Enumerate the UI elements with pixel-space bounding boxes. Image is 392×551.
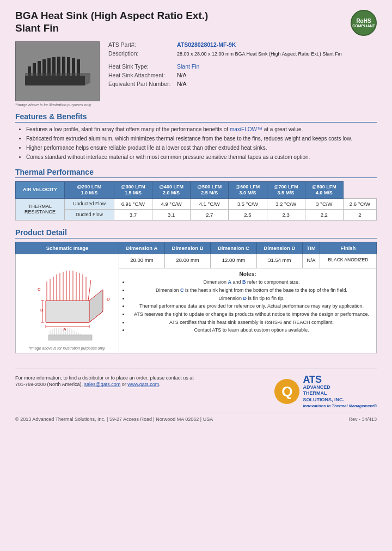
ats-name-block: ATS ADVANCEDTHERMALSOLUTIONS, INC. Innov…	[303, 375, 377, 409]
list-item: Dimension D is fin tip to fin tip.	[129, 296, 374, 302]
dim-c-value: 12.00 mm	[211, 254, 256, 268]
page-number: Rev - 34/413	[348, 417, 377, 422]
product-detail-title: Product Detail	[15, 228, 377, 238]
product-title: BGA Heat Sink (High Aspect Ratio Ext.) S…	[15, 10, 208, 35]
thermal-resistance-label: THERMAL RESISTANCE	[16, 198, 65, 220]
rohs-badge: RoHS COMPLIANT	[351, 10, 377, 36]
cell: 3.1	[152, 209, 190, 220]
product-info-section: *Image above is for illustration purpose…	[15, 41, 377, 107]
table-row: THERMAL RESISTANCE Unducted Flow 6.91 °C…	[16, 198, 377, 209]
list-item: ATS certifies that this heat sink assemb…	[129, 320, 374, 326]
notes-cell: Notes: Dimension A and B refer to compon…	[119, 268, 377, 353]
svg-marker-14	[46, 301, 89, 322]
schematic-header: Schematic Image	[16, 242, 119, 254]
list-item: Comes standard without interface materia…	[26, 154, 377, 161]
footer-contact: For more information, to find a distribu…	[15, 375, 194, 388]
air-velocity-header: AIR VELOCITY	[16, 182, 65, 199]
features-title: Features & Benefits	[15, 112, 377, 123]
svg-text:D: D	[107, 297, 110, 302]
finish-value: BLACK ANODIZED	[320, 254, 376, 268]
finish-header: Finish	[320, 242, 376, 254]
cell: 3.2 °C/W	[267, 198, 305, 209]
svg-rect-8	[62, 57, 65, 76]
tim-value: N/A	[303, 254, 320, 268]
svg-rect-7	[57, 57, 60, 76]
table-row: Ducted Flow 3.7 3.1 2.7 2.5 2.3 2.2 2	[16, 209, 377, 220]
col-header-200: @200 LFM1.0 M/S	[65, 182, 114, 199]
list-item: Fabricated from extruded aluminum, which…	[26, 135, 377, 143]
ats-logo: Q ATS ADVANCEDTHERMALSOLUTIONS, INC. Inn…	[274, 375, 377, 409]
dim-d-header: Dimension D	[256, 242, 302, 254]
col-header-600: @600 LFM3.0 M/S	[229, 182, 267, 199]
detail-table: Schematic Image Dimension A Dimension B …	[15, 242, 377, 353]
schematic-placeholder: A B C D	[18, 257, 117, 344]
col-header-800: @800 LFM4.0 M/S	[305, 182, 343, 199]
svg-rect-0	[25, 76, 85, 85]
list-item: Features a low profile, slant fin array …	[26, 126, 377, 133]
dim-a-value: 28.00 mm	[119, 254, 165, 268]
thermal-title: Thermal Performance	[15, 168, 377, 178]
footer-copyright: © 2013 Advanced Thermal Solutions, Inc. …	[15, 413, 377, 422]
copyright-text: © 2013 Advanced Thermal Solutions, Inc. …	[15, 417, 213, 422]
image-caption: *Image above is for illustration purpose…	[15, 103, 100, 107]
type-row: Heat Sink Type: Slant Fin	[108, 63, 377, 70]
list-item: Thermal performance data are provided fo…	[129, 303, 374, 310]
footer-area: For more information, to find a distribu…	[15, 369, 377, 423]
cell: 2.5	[229, 209, 267, 220]
cell: 2	[343, 209, 376, 220]
col-header-500: @500 LFM2.5 M/S	[191, 182, 229, 199]
svg-marker-15	[89, 290, 103, 322]
dim-b-value: 28.00 mm	[164, 254, 210, 268]
website-link[interactable]: www.qats.com	[127, 382, 159, 387]
thermal-table: AIR VELOCITY @200 LFM1.0 M/S @300 LFM1.5…	[15, 181, 377, 221]
thermal-section: Thermal Performance AIR VELOCITY @200 LF…	[15, 168, 377, 221]
dim-d-value: 31.54 mm	[256, 254, 302, 268]
attachment-row: Heat Sink Attachment: N/A	[108, 72, 377, 78]
col-header-700: @700 LFM3.5 M/S	[267, 182, 305, 199]
unducted-label: Unducted Flow	[65, 198, 114, 209]
cell: 4.9 °C/W	[152, 198, 190, 209]
svg-text:B: B	[40, 308, 43, 313]
svg-rect-9	[67, 57, 70, 76]
description-row: Description: 28.00 x 28.00 x 12.00 mm BG…	[108, 50, 377, 57]
dim-a-header: Dimension A	[119, 242, 165, 254]
cell: 3.7	[114, 209, 152, 220]
email-link[interactable]: sales@qats.com	[84, 382, 121, 387]
cell: 6.91 °C/W	[114, 198, 152, 209]
product-image	[15, 41, 100, 101]
product-image-block: *Image above is for illustration purpose…	[15, 41, 100, 107]
ats-q-icon: Q	[274, 379, 299, 404]
footer-section: For more information, to find a distribu…	[15, 369, 377, 409]
cell: 3 °C/W	[305, 198, 343, 209]
ducted-label: Ducted Flow	[65, 209, 114, 220]
svg-line-29	[88, 280, 91, 301]
cell: 3.5 °C/W	[229, 198, 267, 209]
cell: 2.2	[305, 209, 343, 220]
cell: 2.7	[191, 209, 229, 220]
equiv-row: Equivalent Part Number: N/A	[108, 81, 377, 87]
product-detail-section: Product Detail Schematic Image Dimension…	[15, 228, 377, 353]
notes-list: Dimension A and B refer to component siz…	[121, 279, 374, 334]
features-section: Features & Benefits Features a low profi…	[15, 112, 377, 161]
cell: 2.6 °C/W	[343, 198, 376, 209]
tim-header: TIM	[303, 242, 320, 254]
cell: 2.3	[267, 209, 305, 220]
svg-text:A: A	[63, 327, 66, 332]
features-list: Features a low profile, slant fin array …	[15, 126, 377, 161]
svg-text:C: C	[38, 287, 41, 292]
schematic-image-cell: A B C D	[16, 254, 119, 353]
list-item: Dimension C is the heat sink height from…	[129, 287, 374, 294]
part-number-row: ATS Part#: ATS028028012-MF-9K	[108, 41, 377, 48]
title-block: BGA Heat Sink (High Aspect Ratio Ext.) S…	[15, 10, 208, 35]
col-header-300: @300 LFM1.5 M/S	[114, 182, 152, 199]
col-header-400: @400 LFM2.0 M/S	[152, 182, 190, 199]
page-header: BGA Heat Sink (High Aspect Ratio Ext.) S…	[15, 10, 377, 36]
dim-b-header: Dimension B	[164, 242, 210, 254]
table-row: A B C D	[16, 254, 377, 268]
list-item: ATS reserves the right to update or chan…	[129, 311, 374, 318]
svg-rect-40	[48, 335, 92, 340]
list-item: Dimension A and B refer to component siz…	[129, 279, 374, 286]
schematic-caption: *Image above is for illustration purpose…	[18, 346, 117, 350]
svg-rect-6	[52, 57, 56, 76]
notes-title: Notes:	[121, 271, 374, 277]
